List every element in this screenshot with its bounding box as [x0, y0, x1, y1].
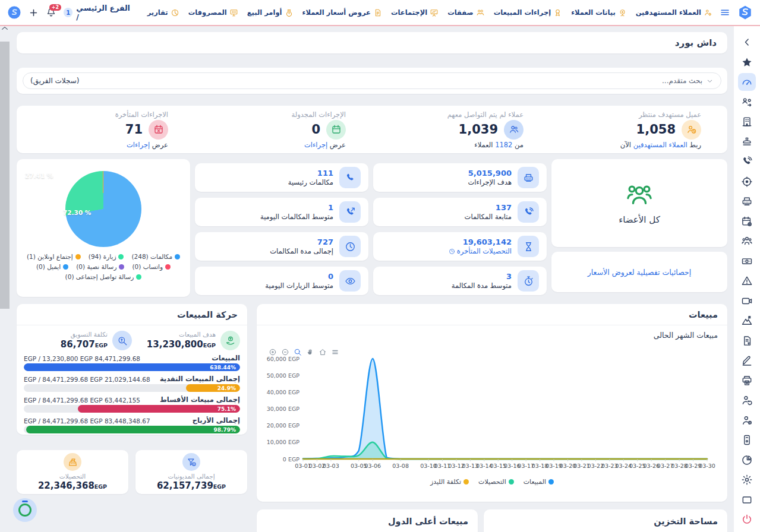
dashboard-screen: العملاء المستهدفينبيانات العملاءإجراءات … — [0, 0, 760, 532]
sidebar-item-team[interactable] — [738, 232, 756, 250]
scrollbar-thumb[interactable] — [0, 42, 10, 309]
pie-legend-item[interactable]: مكالمات (248) — [131, 253, 180, 260]
sidebar-item-calendar-gear[interactable] — [738, 213, 756, 230]
hourglass-icon — [523, 241, 534, 252]
kpi-value-row: 1,058 — [550, 120, 701, 140]
phone-call-icon — [741, 156, 753, 167]
phone-touch-icon — [741, 434, 753, 446]
legend-label: رسالة نصية (0) — [76, 263, 116, 270]
stamp-icon — [741, 136, 753, 148]
currency-label: EGP — [95, 342, 108, 349]
sidebar-item-target[interactable] — [738, 173, 756, 191]
fax-icon — [518, 167, 539, 188]
sidebar-item-phone-touch[interactable] — [738, 431, 756, 449]
kpi-value: 1,039 — [459, 122, 498, 137]
sidebar-item-chart-clock[interactable] — [738, 451, 756, 469]
kpi-subtext: عرض إجراءات — [194, 141, 346, 149]
kpi-value-row: 71 — [17, 120, 168, 140]
sidebar-item-building[interactable] — [738, 113, 756, 131]
floating-timer-button[interactable] — [13, 498, 37, 522]
notification-badge: +2 — [49, 4, 61, 11]
chevron-down-icon[interactable] — [706, 77, 714, 85]
sidebar-item-user-tag[interactable] — [738, 411, 756, 429]
progress-fill: 75.1% — [78, 405, 240, 413]
coin-hand-icon — [220, 331, 240, 350]
nav-item[interactable]: المصروفات — [188, 8, 238, 17]
quotes-stats-link[interactable]: إحصائيات تفصيلية لعروض الأسعار — [588, 268, 691, 277]
target-user-icon — [704, 8, 712, 17]
kpi-sub-link[interactable]: 1182 — [495, 141, 512, 149]
sidebar-item-window[interactable] — [738, 491, 756, 509]
nav-item-label: عروض أسعار العملاء — [302, 8, 371, 17]
sidebar-item-star[interactable] — [738, 53, 756, 71]
users-icon — [509, 124, 519, 135]
legend-dot-icon — [75, 254, 81, 259]
quick-add-button[interactable] — [29, 8, 39, 18]
banknote-icon — [741, 255, 753, 267]
alert-icon — [741, 275, 753, 287]
nav-item[interactable]: العملاء المستهدفين — [636, 8, 712, 17]
users-icon — [504, 120, 524, 140]
kpi-sub-text: ربط — [688, 141, 701, 149]
sidebar-item-chevron-left[interactable] — [738, 33, 756, 51]
sidebar-item-printer[interactable] — [738, 372, 756, 390]
kpi-sub-link[interactable]: إجراءات — [127, 141, 150, 149]
chart-legend-item[interactable]: التحصيلات — [478, 478, 514, 486]
svg-text:03-03: 03-03 — [323, 463, 339, 469]
sidebar-item-stamp[interactable] — [738, 133, 756, 151]
svg-text:30,000 EGP: 30,000 EGP — [267, 406, 300, 412]
pie-legend-item[interactable]: ايميل (0) — [36, 263, 68, 270]
sidebar-item-fax[interactable] — [738, 192, 756, 210]
progress-label: إجمالى المبيعات النقدية — [160, 375, 240, 383]
stat-label: متابعة المكالمات — [465, 213, 512, 221]
nav-item[interactable]: عروض أسعار العملاء — [302, 8, 382, 17]
stat-card: 1متوسط المكالمات اليومية — [195, 198, 368, 226]
nav-item[interactable]: صفقات — [447, 8, 485, 17]
sidebar-item-invoice[interactable] — [738, 332, 756, 350]
nav-item[interactable]: إجراءات المبيعات — [494, 8, 562, 17]
kpi-sub-link[interactable]: العملاء المستهدفين — [633, 141, 688, 149]
sidebar-item-alert[interactable] — [738, 272, 756, 290]
scroll-up-icon[interactable] — [0, 24, 10, 33]
deals-icon — [476, 8, 485, 17]
kpi-label: عميل مستهدف منتظر — [550, 110, 701, 119]
nav-item[interactable]: الإجتماعات — [391, 8, 439, 17]
sales-area-chart[interactable]: 0 EGP10,000 EGP20,000 EGP30,000 EGP40,00… — [264, 355, 723, 477]
kpi-label: الإجراءات المجدولة — [194, 110, 346, 119]
sidebar-item-user-redo[interactable] — [738, 391, 756, 409]
sidebar-item-dashboard[interactable] — [738, 73, 756, 91]
brand-logo-icon — [7, 5, 21, 20]
sidebar-item-gear[interactable] — [738, 471, 756, 489]
pie-legend-item[interactable]: رسالة نصية (0) — [76, 263, 124, 270]
pie-legend-item[interactable]: رسالة تواصل إجتماعى (0) — [65, 273, 142, 280]
sidebar-item-power[interactable] — [738, 511, 756, 528]
progress-label: إجمالى الأرباح — [193, 416, 240, 425]
sidebar-item-users-exchange[interactable] — [738, 93, 756, 111]
sidebar-item-phone-call[interactable] — [738, 153, 756, 170]
nav-item[interactable]: أوامر البيع — [247, 8, 294, 17]
calendar-icon — [331, 124, 342, 135]
hamburger-menu-icon[interactable] — [720, 7, 730, 18]
chart-legend-item[interactable]: تكلفة الليدز — [430, 478, 469, 486]
branch-selector[interactable]: 1 الفرع الرئيسي / — [64, 4, 133, 21]
pie-legend-item[interactable]: واتساب (0) — [132, 263, 171, 270]
all-members-card[interactable]: كل الأعضاء — [551, 159, 727, 247]
nav-item[interactable]: تقارير — [147, 8, 179, 17]
members-group-icon — [626, 181, 653, 208]
stat-label[interactable]: التحصيلات المتأخرة — [449, 247, 512, 255]
sidebar-item-banknote[interactable] — [738, 252, 756, 270]
sidebar-item-video-meeting[interactable] — [738, 292, 756, 310]
pie-legend-item[interactable]: إجتماع اونلاين (1) — [27, 253, 81, 260]
sales-chart-title: مبيعات — [257, 304, 727, 325]
advanced-search-input[interactable]: بحث متقدم... (سجلات الفريق) — [23, 72, 721, 89]
history-icon — [449, 248, 455, 255]
quotes-icon — [373, 8, 382, 17]
sidebar-item-mountain[interactable] — [738, 312, 756, 330]
kpi-sub-link[interactable]: إجراءات — [304, 141, 327, 149]
chart-legend-item[interactable]: المبيعات — [524, 478, 554, 486]
stat-label-text: متابعة المكالمات — [465, 213, 512, 221]
notifications-button[interactable]: +2 — [46, 7, 56, 18]
sidebar-item-pen[interactable] — [738, 352, 756, 369]
nav-item[interactable]: بيانات العملاء — [571, 8, 627, 17]
pie-legend-item[interactable]: زيارة (94) — [89, 253, 124, 260]
